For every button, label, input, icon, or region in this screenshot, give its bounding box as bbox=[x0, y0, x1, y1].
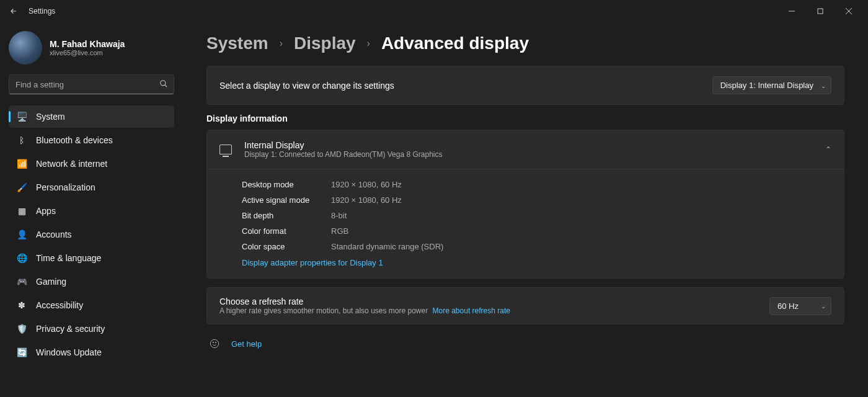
info-row: Color formatRGB bbox=[242, 223, 831, 239]
refresh-title: Choose a refresh rate bbox=[219, 297, 510, 306]
refresh-rate-dropdown[interactable]: 60 Hz ⌄ bbox=[769, 297, 831, 315]
avatar bbox=[9, 31, 42, 65]
sidebar-item-label: Accessibility bbox=[36, 300, 83, 310]
display-info-title: Internal Display bbox=[244, 140, 443, 150]
minimize-button[interactable] bbox=[777, 1, 806, 21]
svg-point-4 bbox=[161, 81, 166, 86]
profile-name: M. Fahad Khawaja bbox=[50, 39, 125, 49]
help-icon bbox=[209, 338, 220, 349]
info-key: Color format bbox=[242, 226, 316, 236]
sidebar-item-label: Network & internet bbox=[36, 159, 107, 169]
monitor-icon bbox=[219, 145, 232, 154]
chevron-right-icon: › bbox=[280, 38, 283, 49]
get-help-link[interactable]: Get help bbox=[231, 339, 262, 349]
sidebar-item-label: Gaming bbox=[36, 277, 66, 287]
display-info-header[interactable]: Internal Display Display 1: Connected to… bbox=[207, 130, 844, 169]
display-info-body: Desktop mode1920 × 1080, 60 HzActive sig… bbox=[207, 169, 844, 278]
gamepad-icon: 🎮 bbox=[16, 276, 27, 287]
update-icon: 🔄 bbox=[16, 347, 27, 358]
titlebar: Settings bbox=[0, 0, 868, 22]
info-value: 1920 × 1080, 60 Hz bbox=[331, 180, 402, 189]
sidebar-item-label: System bbox=[36, 112, 65, 122]
sidebar-item-gaming[interactable]: 🎮Gaming bbox=[9, 270, 174, 293]
display-adapter-properties-link[interactable]: Display adapter properties for Display 1 bbox=[242, 254, 383, 267]
svg-point-6 bbox=[213, 342, 213, 342]
back-button[interactable] bbox=[5, 2, 22, 20]
info-value: Standard dynamic range (SDR) bbox=[331, 242, 443, 251]
info-value: 1920 × 1080, 60 Hz bbox=[331, 195, 402, 205]
info-row: Desktop mode1920 × 1080, 60 Hz bbox=[242, 177, 831, 192]
section-title-display-info: Display information bbox=[206, 114, 844, 123]
accessibility-icon: ✽ bbox=[16, 300, 27, 311]
breadcrumb-current: Advanced display bbox=[381, 33, 529, 53]
info-row: Bit depth8-bit bbox=[242, 208, 831, 223]
sidebar-item-privacy[interactable]: 🛡️Privacy & security bbox=[9, 318, 174, 340]
info-row: Active signal mode1920 × 1080, 60 Hz bbox=[242, 192, 831, 208]
svg-line-5 bbox=[165, 85, 167, 87]
breadcrumb-system[interactable]: System bbox=[206, 33, 268, 53]
sidebar-item-accessibility[interactable]: ✽Accessibility bbox=[9, 294, 174, 316]
svg-rect-1 bbox=[818, 9, 823, 14]
search-container bbox=[9, 74, 174, 94]
display-info-panel: Internal Display Display 1: Connected to… bbox=[206, 130, 844, 279]
sidebar-item-time[interactable]: 🌐Time & language bbox=[9, 247, 174, 269]
search-icon bbox=[159, 79, 168, 91]
sidebar-item-network[interactable]: 📶Network & internet bbox=[9, 153, 174, 175]
globe-icon: 🌐 bbox=[16, 252, 27, 264]
refresh-more-link[interactable]: More about refresh rate bbox=[433, 306, 510, 315]
profile-email: xlive65@live.com bbox=[50, 49, 125, 56]
wifi-icon: 📶 bbox=[16, 158, 27, 169]
sidebar-item-label: Time & language bbox=[36, 253, 101, 263]
breadcrumb-display[interactable]: Display bbox=[294, 33, 356, 53]
sidebar-item-system[interactable]: 🖥️System bbox=[9, 105, 174, 128]
sidebar: M. Fahad Khawaja xlive65@live.com 🖥️Syst… bbox=[0, 22, 183, 397]
info-key: Bit depth bbox=[242, 211, 316, 220]
info-value: RGB bbox=[331, 226, 348, 236]
bluetooth-icon: ᛒ bbox=[16, 135, 27, 146]
apps-icon: ▦ bbox=[16, 205, 27, 216]
person-icon: 👤 bbox=[16, 229, 27, 240]
sidebar-item-apps[interactable]: ▦Apps bbox=[9, 200, 174, 222]
refresh-rate-panel: Choose a refresh rate A higher rate give… bbox=[206, 287, 844, 324]
refresh-subtitle: A higher rate gives smoother motion, but… bbox=[219, 306, 428, 315]
close-button[interactable] bbox=[835, 1, 863, 21]
help-row: Get help bbox=[206, 336, 844, 349]
sidebar-item-personalization[interactable]: 🖌️Personalization bbox=[9, 176, 174, 198]
main-content: System › Display › Advanced display Sele… bbox=[183, 22, 868, 397]
chevron-down-icon: ⌄ bbox=[821, 82, 826, 89]
monitor-icon: 🖥️ bbox=[16, 111, 27, 122]
sidebar-item-label: Bluetooth & devices bbox=[36, 135, 113, 145]
sidebar-item-bluetooth[interactable]: ᛒBluetooth & devices bbox=[9, 129, 174, 151]
info-key: Active signal mode bbox=[242, 195, 316, 205]
display-selector-panel: Select a display to view or change its s… bbox=[206, 66, 844, 105]
sidebar-item-label: Personalization bbox=[36, 182, 95, 192]
app-title: Settings bbox=[29, 7, 55, 16]
maximize-button[interactable] bbox=[806, 1, 835, 21]
refresh-rate-value: 60 Hz bbox=[777, 301, 799, 311]
sidebar-item-label: Accounts bbox=[36, 230, 72, 239]
profile-block[interactable]: M. Fahad Khawaja xlive65@live.com bbox=[9, 30, 174, 74]
svg-point-7 bbox=[215, 342, 216, 342]
sidebar-item-label: Privacy & security bbox=[36, 324, 105, 334]
paintbrush-icon: 🖌️ bbox=[16, 182, 27, 193]
display-selector-dropdown[interactable]: Display 1: Internal Display ⌄ bbox=[712, 76, 831, 94]
chevron-down-icon: ⌄ bbox=[821, 303, 826, 310]
info-key: Color space bbox=[242, 242, 316, 251]
nav-list: 🖥️SystemᛒBluetooth & devices📶Network & i… bbox=[9, 105, 174, 364]
window-controls bbox=[777, 1, 863, 21]
sidebar-item-update[interactable]: 🔄Windows Update bbox=[9, 341, 174, 364]
chevron-right-icon: › bbox=[367, 38, 370, 49]
display-selector-caption: Select a display to view or change its s… bbox=[219, 81, 394, 91]
sidebar-item-accounts[interactable]: 👤Accounts bbox=[9, 223, 174, 246]
info-value: 8-bit bbox=[331, 211, 347, 220]
sidebar-item-label: Apps bbox=[36, 206, 56, 216]
display-selector-value: Display 1: Internal Display bbox=[720, 81, 813, 90]
breadcrumb: System › Display › Advanced display bbox=[206, 33, 844, 53]
sidebar-item-label: Windows Update bbox=[36, 347, 102, 357]
search-input[interactable] bbox=[9, 74, 174, 94]
display-info-subtitle: Display 1: Connected to AMD Radeon(TM) V… bbox=[244, 150, 443, 159]
info-key: Desktop mode bbox=[242, 180, 316, 189]
chevron-up-icon: ⌃ bbox=[825, 145, 831, 154]
shield-icon: 🛡️ bbox=[16, 323, 27, 334]
info-row: Color spaceStandard dynamic range (SDR) bbox=[242, 239, 831, 254]
